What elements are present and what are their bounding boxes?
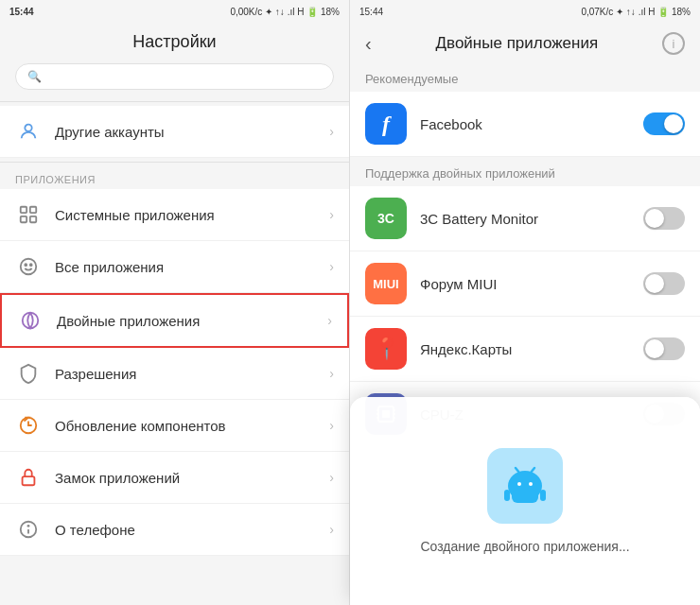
menu-item-dual-apps[interactable]: Двойные приложения › — [0, 293, 349, 348]
facebook-toggle[interactable] — [643, 112, 685, 135]
arrow-icon-system-apps: › — [329, 207, 334, 222]
svg-point-7 — [30, 264, 32, 266]
grid-icon — [15, 201, 42, 228]
divider-2 — [0, 162, 349, 163]
menu-item-permissions[interactable]: Разрешения › — [0, 348, 349, 400]
dual-icon — [17, 307, 44, 334]
svg-rect-4 — [30, 216, 36, 222]
menu-item-all-apps[interactable]: Все приложения › — [0, 241, 349, 293]
svg-point-24 — [529, 482, 533, 486]
arrow-icon-permissions: › — [329, 366, 334, 381]
info-button[interactable]: i — [662, 32, 685, 55]
dialog-overlay: Создание двойного приложения... — [350, 397, 700, 605]
about-phone-label: О телефоне — [55, 522, 329, 538]
svg-rect-27 — [512, 490, 538, 503]
svg-point-8 — [23, 313, 39, 329]
svg-point-5 — [21, 259, 37, 275]
arrow-icon-update-components: › — [329, 418, 334, 433]
yandex-app-icon: 📍 — [365, 328, 407, 370]
svg-line-25 — [516, 468, 519, 473]
svg-point-23 — [517, 482, 521, 486]
battery-toggle[interactable] — [643, 207, 685, 230]
miui-app-name: Форум MIUI — [420, 276, 643, 292]
smile-icon — [15, 253, 42, 280]
left-header: Настройки — [0, 23, 349, 60]
menu-item-app-lock[interactable]: Замок приложений › — [0, 452, 349, 504]
facebook-app-name: Facebook — [420, 116, 643, 132]
menu-item-update-components[interactable]: Обновление компонентов › — [0, 400, 349, 452]
user-icon — [15, 118, 42, 145]
battery-toggle-knob — [645, 209, 664, 228]
battery-app-icon: 3C — [365, 198, 407, 239]
update-icon — [15, 412, 42, 439]
svg-rect-29 — [540, 490, 546, 501]
search-icon: 🔍 — [27, 70, 42, 83]
info-icon — [15, 516, 42, 543]
all-apps-label: Все приложения — [55, 259, 329, 275]
app-row-facebook: f Facebook — [350, 92, 700, 157]
system-apps-label: Системные приложения — [55, 207, 329, 223]
menu-item-about-phone[interactable]: О телефоне › — [0, 504, 349, 556]
app-lock-label: Замок приложений — [55, 470, 329, 486]
app-row-yandex-maps: 📍 Яндекс.Карты — [350, 317, 700, 382]
permissions-label: Разрешения — [55, 366, 329, 382]
facebook-app-icon: f — [365, 103, 407, 145]
yandex-pin-icon: 📍 — [374, 337, 399, 361]
battery-3c-text: 3C — [377, 211, 394, 226]
arrow-icon-all-apps: › — [329, 259, 334, 274]
dialog-text: Создание двойного приложения... — [420, 539, 629, 554]
menu-item-system-apps[interactable]: Системные приложения › — [0, 189, 349, 241]
right-page-title: Двойные приложения — [436, 34, 599, 53]
lock-icon — [15, 464, 42, 491]
right-status-icons: 0,07K/с ✦ ↑↓ .ıl H 🔋 18% — [581, 7, 691, 17]
right-status-bar: 15:44 0,07K/с ✦ ↑↓ .ıl H 🔋 18% — [350, 0, 700, 23]
svg-point-0 — [25, 125, 31, 131]
svg-rect-1 — [21, 207, 26, 213]
svg-line-26 — [531, 468, 534, 473]
battery-app-name: 3C Battery Monitor — [420, 211, 643, 227]
right-header: ‹ Двойные приложения i — [350, 23, 700, 62]
svg-rect-10 — [23, 476, 35, 485]
svg-rect-28 — [504, 490, 510, 501]
arrow-icon-about-phone: › — [329, 522, 334, 537]
back-button[interactable]: ‹ — [365, 33, 372, 55]
facebook-f-letter: f — [382, 112, 390, 137]
right-time: 15:44 — [359, 7, 383, 17]
miui-toggle[interactable] — [643, 272, 685, 295]
svg-point-6 — [25, 264, 26, 266]
recommended-section-label: Рекомендуемые — [350, 62, 700, 92]
app-row-3c-battery: 3C 3C Battery Monitor — [350, 186, 700, 251]
left-panel: 15:44 0,00K/с ✦ ↑↓ .ıl H 🔋 18% Настройки… — [0, 0, 350, 605]
facebook-toggle-knob — [664, 114, 683, 133]
svg-rect-2 — [30, 207, 36, 213]
right-panel: 15:44 0,07K/с ✦ ↑↓ .ıl H 🔋 18% ‹ Двойные… — [350, 0, 700, 605]
miui-app-icon: MIUI — [365, 263, 407, 304]
arrow-icon-app-lock: › — [329, 470, 334, 485]
other-accounts-label: Другие аккаунты — [55, 124, 329, 140]
dual-apps-label: Двойные приложения — [57, 313, 327, 329]
miui-toggle-knob — [645, 274, 664, 293]
app-row-miui-forum: MIUI Форум MIUI — [350, 251, 700, 317]
yandex-toggle-knob — [645, 339, 664, 358]
svg-rect-3 — [21, 216, 26, 222]
shield-icon — [15, 360, 42, 387]
search-bar[interactable]: 🔍 — [15, 63, 334, 90]
left-page-title: Настройки — [132, 32, 216, 52]
left-time: 15:44 — [9, 7, 34, 17]
support-section-label: Поддержка двойных приложений — [350, 157, 700, 186]
yandex-toggle[interactable] — [643, 337, 685, 360]
left-status-bar: 15:44 0,00K/с ✦ ↑↓ .ıl H 🔋 18% — [0, 0, 349, 23]
miui-text-label: MIUI — [373, 277, 398, 291]
left-status-icons: 0,00K/с ✦ ↑↓ .ıl H 🔋 18% — [230, 7, 340, 17]
yandex-app-name: Яндекс.Карты — [420, 341, 643, 357]
android-icon — [487, 448, 563, 524]
divider-1 — [0, 101, 349, 102]
arrow-icon-other-accounts: › — [329, 124, 334, 139]
menu-item-other-accounts[interactable]: Другие аккаунты › — [0, 106, 349, 158]
arrow-icon-dual-apps: › — [327, 313, 332, 328]
apps-section-label: ПРИЛОЖЕНИЯ — [0, 166, 349, 189]
update-components-label: Обновление компонентов — [55, 418, 329, 434]
